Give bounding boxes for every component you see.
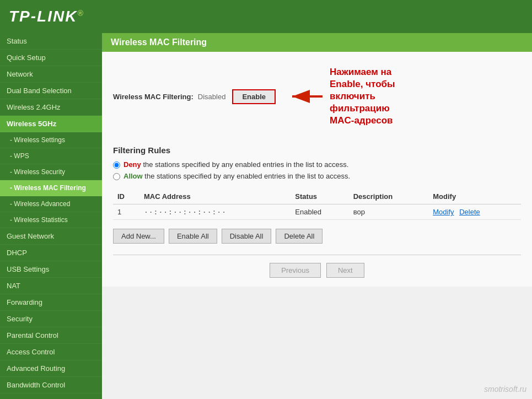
sidebar-item-forwarding[interactable]: Forwarding — [0, 294, 102, 311]
delete-all-button[interactable]: Delete All — [276, 229, 323, 244]
cell-id: 1 — [113, 204, 139, 220]
sidebar-item-quick-setup[interactable]: Quick Setup — [0, 50, 102, 66]
mac-filtering-label: Wireless MAC Filtering: — [113, 93, 194, 101]
annotation-area: Нажимаем наEnable, чтобывключитьфильтрац… — [287, 66, 395, 127]
deny-radio-row: Deny the stations specified by any enabl… — [113, 160, 521, 169]
col-description: Description — [349, 189, 429, 204]
sidebar-item-dhcp[interactable]: DHCP — [0, 245, 102, 261]
allow-radio[interactable] — [113, 173, 120, 180]
header: TP-LINK® — [0, 0, 532, 33]
deny-text: Deny — [123, 160, 141, 169]
sidebar: StatusQuick SetupNetworkDual Band Select… — [0, 33, 102, 399]
table-row: 1 ··:··:··:··:··:·· Enabled вор Modify D… — [113, 204, 521, 220]
sidebar-item-bandwidth-control[interactable]: Bandwidth Control — [0, 377, 102, 393]
allow-radio-row: Allow the stations specified by any enab… — [113, 172, 521, 180]
add-new-button[interactable]: Add New... — [113, 229, 164, 244]
watermark: smotrisoft.ru — [484, 385, 526, 393]
content-inner: Wireless MAC Filtering: Disabled Enable — [102, 52, 532, 287]
page-title: Wireless MAC Filtering — [102, 33, 532, 52]
deny-radio[interactable] — [113, 161, 120, 169]
mac-filtering-status-row: Wireless MAC Filtering: Disabled Enable — [113, 61, 521, 132]
sidebar-item-wireless-mac-filtering[interactable]: - Wireless MAC Filtering — [0, 180, 102, 196]
cell-modify: Modify Delete — [428, 204, 521, 220]
previous-button[interactable]: Previous — [270, 263, 321, 278]
sidebar-item-nat[interactable]: NAT — [0, 278, 102, 294]
cell-mac: ··:··:··:··:··:·· — [139, 204, 291, 220]
sidebar-item-ip-mac-binding[interactable]: IP & MAC Binding — [0, 393, 102, 399]
table-header-row: ID MAC Address Status Description Modify — [113, 189, 521, 204]
col-modify: Modify — [428, 189, 521, 204]
cell-status: Enabled — [291, 204, 348, 220]
sidebar-item-parental-control[interactable]: Parental Control — [0, 327, 102, 344]
sidebar-item-network[interactable]: Network — [0, 66, 102, 83]
sidebar-item-advanced-routing[interactable]: Advanced Routing — [0, 360, 102, 377]
col-status: Status — [291, 189, 348, 204]
sidebar-item-guest-network[interactable]: Guest Network — [0, 228, 102, 245]
sidebar-item-usb-settings[interactable]: USB Settings — [0, 261, 102, 278]
mac-filtering-value: Disabled — [198, 93, 226, 101]
modify-link[interactable]: Modify — [433, 208, 454, 216]
divider — [113, 255, 521, 255]
enable-button[interactable]: Enable — [232, 89, 276, 104]
deny-label: Deny the stations specified by any enabl… — [123, 160, 348, 169]
annotation-text: Нажимаем наEnable, чтобывключитьфильтрац… — [330, 66, 395, 127]
sidebar-item-access-control[interactable]: Access Control — [0, 344, 102, 360]
next-button[interactable]: Next — [326, 263, 364, 278]
sidebar-item-dual-band[interactable]: Dual Band Selection — [0, 83, 102, 99]
sidebar-item-security[interactable]: Security — [0, 311, 102, 327]
sidebar-item-wireless-advanced[interactable]: - Wireless Advanced — [0, 196, 102, 212]
logo: TP-LINK® — [9, 8, 84, 25]
nav-buttons: Previous Next — [113, 263, 521, 278]
allow-label: Allow the stations specified by any enab… — [123, 172, 350, 180]
sidebar-item-wireless-5[interactable]: Wireless 5GHz — [0, 116, 102, 132]
filtering-rules-section: Filtering Rules Deny the stations specif… — [113, 145, 521, 180]
col-mac: MAC Address — [139, 189, 291, 204]
cell-description: вор — [349, 204, 429, 220]
content-area: Wireless MAC Filtering Wireless MAC Filt… — [102, 33, 532, 399]
col-id: ID — [113, 189, 139, 204]
sidebar-item-wireless-24[interactable]: Wireless 2.4GHz — [0, 99, 102, 116]
main-layout: StatusQuick SetupNetworkDual Band Select… — [0, 33, 532, 399]
delete-link[interactable]: Delete — [459, 208, 480, 216]
sidebar-item-status[interactable]: Status — [0, 33, 102, 50]
enable-all-button[interactable]: Enable All — [169, 229, 217, 244]
mac-table: ID MAC Address Status Description Modify… — [113, 189, 521, 220]
deny-suffix: the stations specified by any enabled en… — [141, 160, 349, 169]
sidebar-item-wireless-settings[interactable]: - Wireless Settings — [0, 132, 102, 148]
action-buttons: Add New... Enable All Disable All Delete… — [113, 229, 521, 244]
sidebar-item-wireless-statistics[interactable]: - Wireless Statistics — [0, 212, 102, 228]
disable-all-button[interactable]: Disable All — [222, 229, 272, 244]
sidebar-item-wireless-security[interactable]: - Wireless Security — [0, 164, 102, 180]
filtering-rules-title: Filtering Rules — [113, 145, 521, 155]
arrow-icon — [287, 87, 325, 106]
sidebar-item-wps[interactable]: - WPS — [0, 148, 102, 164]
allow-suffix: the stations specified by any enabled en… — [143, 172, 351, 180]
allow-text: Allow — [123, 172, 143, 180]
